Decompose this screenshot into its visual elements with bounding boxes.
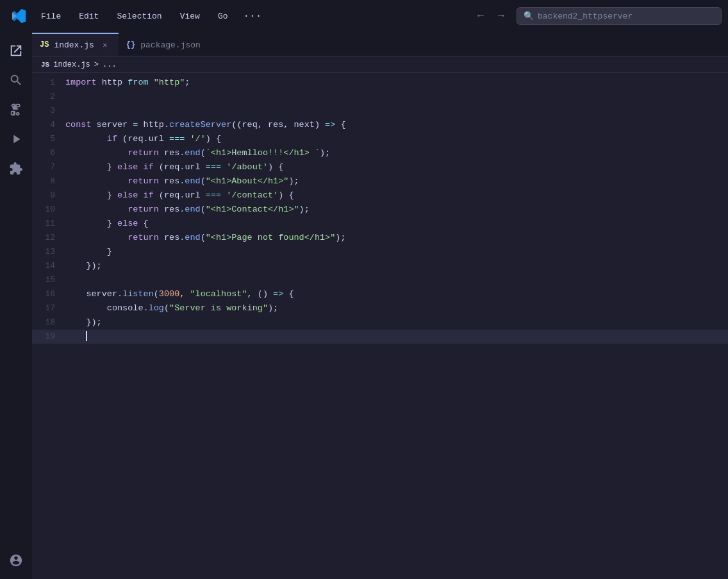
line-content: return res.end("<h1>About</h1>"); — [65, 174, 312, 189]
breadcrumb-more: ... — [103, 60, 117, 69]
line-number: 18 — [32, 315, 65, 330]
menu-go[interactable]: Go — [209, 0, 237, 32]
js-file-icon: JS — [40, 40, 49, 49]
line-content: } else if (req.url === '/contact') { — [65, 189, 307, 203]
tab-package-json[interactable]: {} package.json — [119, 33, 208, 56]
code-line: 5 if (req.url === '/') { — [32, 132, 728, 146]
line-content — [65, 330, 100, 344]
activity-bar — [0, 32, 32, 579]
tab-label-package-json: package.json — [140, 40, 201, 50]
code-line: 9 } else if (req.url === '/contact') { — [32, 189, 728, 203]
code-line: 4const server = http.createServer((req, … — [32, 118, 728, 132]
search-text: backend2_httpserver — [538, 12, 633, 21]
activity-account[interactable] — [3, 547, 29, 574]
code-line: 16 server.listen(3000, "localhost", () =… — [32, 287, 728, 301]
menu-selection[interactable]: Selection — [108, 0, 170, 32]
line-content: } else if (req.url === '/about') { — [65, 160, 296, 174]
line-number: 5 — [32, 132, 65, 146]
line-content: console.log("Server is working"); — [65, 301, 291, 315]
activity-search[interactable] — [3, 67, 29, 94]
code-line: 13 } — [32, 245, 728, 259]
code-line: 19 — [32, 330, 728, 344]
code-line: 14 }); — [32, 259, 728, 273]
json-file-icon: {} — [126, 40, 135, 49]
back-button[interactable]: ← — [472, 7, 490, 25]
menu-more[interactable]: ··· — [236, 0, 268, 32]
tab-index-js[interactable]: JS index.js ✕ — [32, 33, 119, 56]
line-content: const server = http.createServer((req, r… — [65, 118, 359, 132]
code-line: 15 — [32, 273, 728, 287]
line-number: 6 — [32, 146, 65, 160]
activity-source-control[interactable] — [3, 96, 29, 123]
line-number: 17 — [32, 301, 65, 315]
code-line: 3 — [32, 104, 728, 118]
line-content: return res.end("<h1>Contact</h1>"); — [65, 203, 322, 217]
code-line: 18 }); — [32, 315, 728, 330]
menu-bar: File Edit Selection View Go ··· — [32, 0, 465, 32]
line-number: 11 — [32, 217, 65, 231]
line-number: 13 — [32, 245, 65, 259]
breadcrumb-file-icon: JS — [41, 61, 49, 69]
search-icon: 🔍 — [524, 11, 534, 21]
line-content: } else { — [65, 217, 161, 231]
line-number: 19 — [32, 330, 65, 344]
code-line: 11 } else { — [32, 217, 728, 231]
line-content: return res.end(`<h1>Hemlloo!!!</h1> `); — [65, 146, 343, 160]
code-line: 17 console.log("Server is working"); — [32, 301, 728, 315]
code-line: 2 — [32, 90, 728, 104]
line-number: 1 — [32, 76, 65, 90]
breadcrumb-filename[interactable]: index.js — [53, 60, 90, 69]
app-logo — [6, 0, 32, 32]
line-number: 10 — [32, 203, 65, 217]
forward-button[interactable]: → — [492, 7, 510, 25]
line-content: if (req.url === '/') { — [65, 132, 234, 146]
tab-close-index-js[interactable]: ✕ — [99, 39, 111, 51]
line-content: server.listen(3000, "localhost", () => { — [65, 287, 307, 301]
menu-view[interactable]: View — [171, 0, 209, 32]
tab-bar: JS index.js ✕ {} package.json — [32, 32, 728, 56]
tab-label-index-js: index.js — [54, 40, 94, 50]
titlebar: File Edit Selection View Go ··· ← → 🔍 ba… — [0, 0, 728, 32]
code-line: 10 return res.end("<h1>Contact</h1>"); — [32, 203, 728, 217]
breadcrumb-separator: > — [94, 60, 99, 69]
line-number: 16 — [32, 287, 65, 301]
code-line: 12 return res.end("<h1>Page not found</h… — [32, 231, 728, 245]
line-number: 15 — [32, 273, 65, 287]
activity-run-debug[interactable] — [3, 126, 29, 153]
line-number: 9 — [32, 189, 65, 203]
code-line: 1import http from "http"; — [32, 76, 728, 90]
code-editor[interactable]: 1import http from "http";234const server… — [32, 73, 728, 579]
line-number: 12 — [32, 231, 65, 245]
line-number: 3 — [32, 104, 65, 118]
activity-explorer[interactable] — [3, 37, 29, 64]
menu-file[interactable]: File — [32, 0, 70, 32]
activity-extensions[interactable] — [3, 155, 29, 182]
text-cursor — [86, 331, 87, 341]
line-content: } — [65, 245, 125, 259]
code-line: 8 return res.end("<h1>About</h1>"); — [32, 174, 728, 189]
line-content: import http from "http"; — [65, 76, 203, 90]
line-content: return res.end("<h1>Page not found</h1>"… — [65, 231, 359, 245]
navigation-buttons: ← → — [472, 7, 510, 25]
line-number: 8 — [32, 174, 65, 189]
line-number: 4 — [32, 118, 65, 132]
main-layout: JS index.js ✕ {} package.json JS index.j… — [0, 32, 728, 579]
code-line: 6 return res.end(`<h1>Hemlloo!!!</h1> `)… — [32, 146, 728, 160]
line-number: 7 — [32, 160, 65, 174]
line-number: 2 — [32, 90, 65, 104]
editor-area: JS index.js ✕ {} package.json JS index.j… — [32, 32, 728, 579]
search-bar[interactable]: 🔍 backend2_httpserver — [517, 7, 722, 25]
line-number: 14 — [32, 259, 65, 273]
breadcrumb: JS index.js > ... — [32, 56, 728, 73]
line-content: }); — [65, 315, 115, 330]
menu-edit[interactable]: Edit — [70, 0, 108, 32]
line-content: }); — [65, 259, 115, 273]
code-line: 7 } else if (req.url === '/about') { — [32, 160, 728, 174]
